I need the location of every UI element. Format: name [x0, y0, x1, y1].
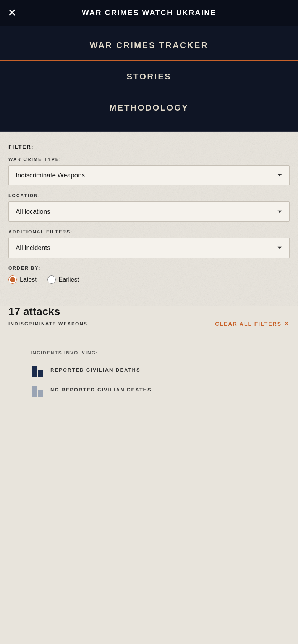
- order-by-label: ORDER BY:: [8, 266, 290, 271]
- no-civilian-deaths-icon: [31, 382, 45, 397]
- radio-latest[interactable]: [8, 275, 17, 284]
- svg-rect-0: [32, 366, 37, 377]
- nav-item-war-crimes-tracker[interactable]: WAR CRIMES TRACKER: [0, 30, 298, 61]
- close-icon: ✕: [8, 7, 16, 19]
- radio-earliest[interactable]: [47, 275, 56, 284]
- radio-option-latest[interactable]: Latest: [8, 275, 37, 284]
- radio-earliest-label: Earliest: [59, 276, 79, 283]
- location-label: LOCATION:: [8, 193, 290, 198]
- nav-item-methodology[interactable]: METHODOLOGY: [0, 92, 298, 124]
- app-title: WAR CRIMES WATCH UKRAINE: [82, 8, 216, 17]
- legend-item-deaths: REPORTED CIVILIAN DEATHS: [31, 362, 290, 377]
- war-crime-type-label: WAR CRIME TYPE:: [8, 157, 290, 162]
- results-count: 17 attacks: [8, 306, 290, 318]
- clear-filters-label: CLEAR ALL FILTERS: [215, 321, 282, 327]
- navigation-menu: WAR CRIMES TRACKER STORIES METHODOLOGY: [0, 26, 298, 132]
- radio-latest-label: Latest: [20, 276, 37, 283]
- nav-item-stories[interactable]: STORIES: [0, 61, 298, 92]
- top-nav-bar: ✕ WAR CRIMES WATCH UKRAINE: [0, 0, 298, 26]
- additional-filters-select[interactable]: All incidents With civilian deaths Witho…: [8, 238, 290, 258]
- civilian-deaths-icon: [31, 362, 45, 377]
- results-section: 17 attacks INDISCRIMINATE WEAPONS CLEAR …: [0, 306, 298, 335]
- location-group: LOCATION: All locations Kyiv Kharkiv Mar…: [8, 193, 290, 222]
- war-crime-type-select[interactable]: All types Indiscriminate Weapons Attacks…: [8, 165, 290, 185]
- results-meta: INDISCRIMINATE WEAPONS CLEAR ALL FILTERS…: [8, 320, 290, 327]
- svg-rect-2: [32, 386, 37, 397]
- svg-rect-3: [38, 390, 43, 397]
- no-civilian-deaths-label: NO REPORTED CIVILIAN DEATHS: [50, 387, 152, 393]
- radio-option-earliest[interactable]: Earliest: [47, 275, 79, 284]
- section-divider: [8, 291, 290, 291]
- legend-item-no-deaths: NO REPORTED CIVILIAN DEATHS: [31, 382, 290, 397]
- clear-filters-icon: ✕: [284, 320, 290, 327]
- war-crime-type-group: WAR CRIME TYPE: All types Indiscriminate…: [8, 157, 290, 185]
- civilian-deaths-label: REPORTED CIVILIAN DEATHS: [50, 367, 141, 373]
- filter-heading: FILTER:: [8, 144, 290, 150]
- results-filter-tag: INDISCRIMINATE WEAPONS: [8, 321, 87, 327]
- location-select[interactable]: All locations Kyiv Kharkiv Mariupol Zapo…: [8, 201, 290, 222]
- close-button[interactable]: ✕: [8, 8, 16, 18]
- svg-rect-1: [38, 370, 43, 377]
- additional-filters-label: ADDITIONAL FILTERS:: [8, 229, 290, 235]
- legend-header: INCIDENTS INVOLVING:: [31, 350, 290, 356]
- order-by-section: ORDER BY: Latest Earliest: [8, 266, 290, 284]
- filter-section: FILTER: WAR CRIME TYPE: All types Indisc…: [0, 132, 298, 306]
- additional-filters-group: ADDITIONAL FILTERS: All incidents With c…: [8, 229, 290, 258]
- legend-section: INCIDENTS INVOLVING: REPORTED CIVILIAN D…: [0, 335, 298, 417]
- clear-all-filters-button[interactable]: CLEAR ALL FILTERS ✕: [215, 320, 290, 327]
- order-radio-group: Latest Earliest: [8, 275, 290, 284]
